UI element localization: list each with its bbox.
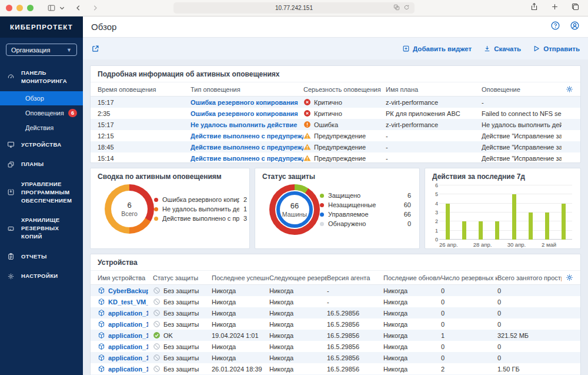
machines-value: 66 [290, 201, 299, 210]
column-header-last-backup[interactable]: Последнее успешное ... [212, 274, 269, 281]
send-button[interactable]: Отправить [533, 45, 580, 52]
table-row[interactable]: 15:17Ошибка резервного копированияКритич… [91, 97, 580, 108]
sidebar-item-settings[interactable]: НАСТРОЙКИ [0, 266, 83, 286]
device-name-link[interactable]: application_1011... [108, 321, 148, 328]
column-header-type[interactable]: Тип оповещения [191, 86, 303, 93]
table-row[interactable]: application_1011...Без защитыНикогдаНико… [91, 307, 580, 318]
sidebar-toggle-icon[interactable] [46, 4, 56, 13]
table-row[interactable]: application_1064...Без защитыНикогдаНико… [91, 341, 580, 352]
sidebar-item-devices[interactable]: УСТРОЙСТВА [0, 135, 83, 155]
cell-backup-count: 0 [441, 354, 497, 361]
alert-type-link[interactable]: Действие выполнено с предупрежден... [191, 155, 303, 162]
sidebar-item-reports[interactable]: ОТЧЕТЫ [0, 247, 83, 267]
help-icon[interactable] [550, 21, 560, 33]
alert-type-link[interactable]: Не удалось выполнить действие [191, 121, 303, 128]
cell-last-update: Никогда [383, 343, 441, 350]
sidebar-subitem[interactable]: Действия [0, 121, 83, 135]
back-button-icon[interactable] [74, 4, 83, 13]
add-widget-button[interactable]: Добавить виджет [402, 45, 472, 52]
share-icon[interactable] [530, 2, 539, 14]
column-header-agent-version[interactable]: Версия агента [327, 274, 383, 281]
devices-widget: Устройства Имя устройстваСтатус защитыПо… [90, 254, 581, 375]
device-name-link[interactable]: application_1011... [108, 354, 148, 361]
sidebar-subitem[interactable]: Обзор [0, 91, 83, 105]
cell-alert-text: Failed to connect to NFS server ''. [482, 110, 562, 117]
device-name-link[interactable]: application_1010... [108, 332, 148, 339]
cell-total-space: 321.52 МБ [497, 332, 562, 339]
cell-total-space: 0 [497, 343, 562, 350]
download-button[interactable]: Скачать [483, 45, 521, 52]
organization-selector[interactable]: Организация ▼ [6, 44, 77, 56]
column-header-last-update[interactable]: Последние обновлени... [383, 274, 441, 281]
alert-type-link[interactable]: Ошибка резервного копирования [191, 99, 303, 106]
sidebar-item-plans[interactable]: ПЛАНЫ [0, 154, 83, 174]
cell-last-update: Никогда [383, 310, 441, 317]
new-tab-icon[interactable] [550, 2, 559, 14]
table-row[interactable]: CyberBackup_Ag...Без защитыНикогдаНикогд… [91, 285, 580, 296]
cell-alert-time: 12:15 [98, 132, 191, 140]
alert-type-link[interactable]: Действие выполнено с предупрежден... [191, 144, 303, 151]
pop-out-icon[interactable] [91, 44, 100, 53]
protection-status-label: Без защиты [163, 321, 199, 328]
table-settings-gear-icon[interactable] [562, 274, 573, 281]
table-row[interactable]: application_1064...Без защиты26.01.2024 … [91, 363, 580, 374]
column-header-backup-count[interactable]: Число резервных копий [441, 274, 497, 281]
sidebar-item-storage[interactable]: ХРАНИЛИЩЕ РЕЗЕРВНЫХ КОПИЙ [0, 210, 83, 246]
cell-backup-count: 0 [441, 321, 497, 328]
column-header-name[interactable]: Имя устройства [98, 274, 153, 281]
translate-icon[interactable] [393, 4, 400, 12]
cell-next-backup: Никогда [269, 343, 327, 350]
address-bar[interactable]: 10.77.242.151 [173, 2, 415, 14]
legend-value: 0 [407, 220, 411, 227]
table-row[interactable]: application_1010...OK19.04.2024 1:01Нико… [91, 330, 580, 341]
table-settings-gear-icon[interactable] [562, 85, 573, 93]
table-row[interactable]: 15:17Не удалось выполнить действиеОшибка… [91, 119, 580, 130]
zoom-window-button[interactable] [27, 5, 34, 11]
table-row[interactable]: application_1011...Без защитыНикогдаНико… [91, 318, 580, 330]
protection-status-widget: Статус защиты 66 Машины Защищено6Незащищ… [255, 168, 420, 249]
column-header-status[interactable]: Статус защиты [153, 274, 212, 281]
sidebar-item-gauge[interactable]: ПАНЕЛЬ МОНИТОРИНГА [0, 63, 83, 91]
alert-type-link[interactable]: Действие выполнено с предупрежден... [191, 132, 303, 140]
device-name-link[interactable]: CyberBackup_Ag... [108, 287, 148, 294]
account-icon[interactable] [570, 21, 580, 33]
alert-type-link[interactable]: Ошибка резервного копирования [191, 110, 303, 117]
device-name-link[interactable]: application_1011... [108, 310, 148, 317]
column-header-time[interactable]: Время оповещения [98, 86, 191, 93]
y-axis-tick-labels: 0123456 [431, 185, 439, 240]
window-controls[interactable] [6, 5, 34, 11]
cell-device-name: application_1011... [98, 354, 153, 361]
chevron-down-icon[interactable] [57, 4, 66, 13]
minimize-window-button[interactable] [16, 5, 23, 11]
reload-icon[interactable] [403, 4, 410, 12]
alerts-summary-widget: Сводка по активным оповещениям 6 Всего О… [90, 168, 250, 249]
sidebar-item-software[interactable]: УПРАВЛЕНИЕ ПРОГРАММНЫМ ОБЕСПЕЧЕНИЕМ [0, 174, 83, 210]
cell-last-backup: 26.01.2024 18:39 [212, 366, 269, 373]
device-name-link[interactable]: application_1064... [108, 343, 148, 350]
severity-label: Ошибка [314, 121, 338, 128]
legend-label: Управляемое [328, 211, 400, 218]
table-row[interactable]: 18:45Действие выполнено с предупрежден..… [91, 141, 580, 152]
legend-dot [320, 194, 324, 198]
table-row[interactable]: 12:15Действие выполнено с предупрежден..… [91, 130, 580, 141]
browser-chrome: 10.77.242.151 [0, 0, 588, 16]
forward-button-icon[interactable] [90, 4, 99, 13]
device-name-link[interactable]: application_1064... [108, 366, 148, 373]
sidebar-subitem[interactable]: Оповещения6 [0, 105, 83, 121]
column-header-total-space[interactable]: Всего занятого простр... [497, 274, 562, 281]
column-header-severity[interactable]: Серьезность оповещения↑ [303, 86, 386, 93]
cell-protection-status: Без защиты [153, 365, 212, 373]
table-row[interactable]: KD_test_VM_for_...Без защитыНикогдаНиког… [91, 296, 580, 307]
cell-severity: Критично [303, 109, 386, 117]
column-header-next-backup[interactable]: Следующее резервно... [269, 274, 327, 281]
column-header-plan[interactable]: Имя плана [386, 86, 482, 93]
tab-overview-icon[interactable] [571, 2, 580, 14]
legend-item: Не удалось выполнить действ...1 [154, 205, 247, 213]
device-name-link[interactable]: KD_test_VM_for_... [108, 298, 148, 306]
close-window-button[interactable] [6, 5, 12, 11]
table-row[interactable]: 15:14Действие выполнено с предупрежден..… [91, 152, 580, 164]
column-header-alert[interactable]: Оповещение [482, 86, 562, 93]
cell-last-backup: Никогда [212, 343, 269, 350]
table-row[interactable]: 2:35Ошибка резервного копированияКритичн… [91, 108, 580, 119]
table-row[interactable]: application_1011...Без защитыНикогдаНико… [91, 352, 580, 363]
